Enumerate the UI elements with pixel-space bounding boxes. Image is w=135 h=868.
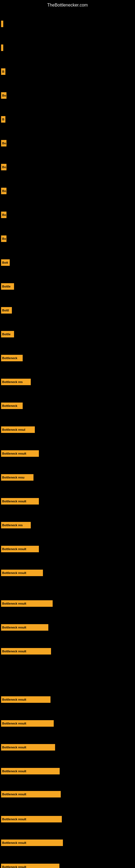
bar-item-29: Bottleneck result	[1, 720, 54, 727]
bar-item-11: Bott	[1, 259, 10, 267]
bars-container: BBoBBoBoBoBoBoBottBottleBottlBottleBottl…	[0, 9, 135, 868]
bar-label-29: Bottleneck result	[1, 720, 54, 727]
bar-label-18: Bottleneck resul	[1, 426, 35, 433]
bar-label-2	[1, 44, 3, 51]
bar-item-3: B	[1, 68, 5, 75]
bar-label-8: Bo	[1, 188, 6, 194]
bar-label-28: Bottleneck result	[1, 696, 50, 703]
bar-label-26: Bottleneck result	[1, 624, 48, 631]
bar-item-19: Bottleneck result	[1, 450, 39, 457]
bar-label-27: Bottleneck result	[1, 648, 51, 654]
bar-label-10: Bo	[1, 236, 6, 242]
bar-item-16: Bottleneck res	[1, 378, 31, 386]
bar-label-15: Bottleneck	[1, 355, 23, 361]
bar-item-22: Bottleneck res	[1, 521, 31, 529]
bar-item-17: Bottleneck	[1, 402, 23, 410]
bar-item-35: Bottleneck result	[1, 863, 59, 868]
bar-item-32: Bottleneck result	[1, 790, 61, 798]
bar-item-18: Bottleneck resul	[1, 426, 35, 433]
bar-label-13: Bottl	[1, 307, 12, 314]
bar-item-24: Bottleneck result	[1, 569, 43, 577]
bar-item-9: Bo	[1, 211, 6, 219]
site-title: TheBottlenecker.com	[0, 0, 135, 9]
bar-label-34: Bottleneck result	[1, 839, 63, 846]
bar-label-11: Bott	[1, 259, 10, 266]
bar-label-23: Bottleneck result	[1, 546, 39, 552]
bar-item-20: Bottleneck resu	[1, 474, 34, 481]
bar-label-21: Bottleneck result	[1, 498, 39, 504]
bar-label-12: Bottle	[1, 283, 14, 290]
bar-label-17: Bottleneck	[1, 403, 23, 409]
bar-item-2	[1, 44, 3, 52]
bar-item-12: Bottle	[1, 283, 14, 290]
bar-item-7: Bo	[1, 163, 6, 171]
bar-label-5: B	[1, 116, 5, 123]
bar-item-23: Bottleneck result	[1, 545, 39, 553]
bar-label-24: Bottleneck result	[1, 569, 43, 576]
bar-label-3: B	[1, 68, 5, 75]
bar-label-6: Bo	[1, 140, 6, 147]
bar-item-13: Bottl	[1, 307, 12, 314]
bar-label-30: Bottleneck result	[1, 744, 55, 750]
bar-item-21: Bottleneck result	[1, 497, 39, 505]
bar-label-32: Bottleneck result	[1, 791, 61, 798]
bar-label-19: Bottleneck result	[1, 450, 39, 457]
bar-item-4: Bo	[1, 92, 6, 99]
bar-label-1	[1, 21, 3, 27]
bar-label-31: Bottleneck result	[1, 768, 60, 774]
bar-item-10: Bo	[1, 235, 6, 243]
bar-item-28: Bottleneck result	[1, 696, 50, 703]
bar-item-8: Bo	[1, 187, 6, 195]
bar-label-4: Bo	[1, 92, 6, 99]
bar-label-35: Bottleneck result	[1, 864, 59, 868]
bar-item-27: Bottleneck result	[1, 648, 51, 655]
bar-item-26: Bottleneck result	[1, 624, 48, 631]
bar-item-15: Bottleneck	[1, 354, 23, 362]
bar-label-14: Bottle	[1, 331, 14, 337]
bar-item-1	[1, 20, 3, 28]
bar-item-30: Bottleneck result	[1, 744, 55, 751]
bar-label-25: Bottleneck result	[1, 600, 53, 607]
bar-item-34: Bottleneck result	[1, 839, 63, 846]
bar-item-31: Bottleneck result	[1, 767, 60, 775]
bar-label-22: Bottleneck res	[1, 522, 31, 528]
bar-label-20: Bottleneck resu	[1, 474, 34, 480]
bar-label-9: Bo	[1, 212, 6, 218]
bar-item-14: Bottle	[1, 330, 14, 338]
bar-item-6: Bo	[1, 140, 6, 147]
bar-label-16: Bottleneck res	[1, 379, 31, 385]
bar-item-33: Bottleneck result	[1, 815, 62, 823]
bar-label-33: Bottleneck result	[1, 816, 62, 823]
bar-label-7: Bo	[1, 164, 6, 170]
bar-item-25: Bottleneck result	[1, 600, 53, 607]
bar-item-5: B	[1, 116, 5, 123]
